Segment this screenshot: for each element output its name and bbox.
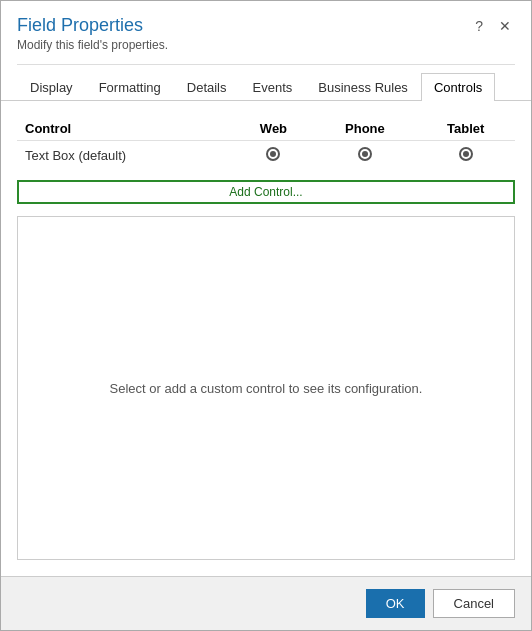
config-area: Select or add a custom control to see it… [17, 216, 515, 560]
field-properties-dialog: Field Properties Modify this field's pro… [0, 0, 532, 631]
title-section: Field Properties Modify this field's pro… [17, 15, 168, 52]
tab-details[interactable]: Details [174, 73, 240, 101]
phone-radio[interactable] [358, 147, 372, 161]
table-row: Text Box (default) [17, 141, 515, 171]
dialog-footer: OK Cancel [1, 576, 531, 630]
ok-button[interactable]: OK [366, 589, 425, 618]
dialog-subtitle: Modify this field's properties. [17, 38, 168, 52]
tab-business-rules[interactable]: Business Rules [305, 73, 421, 101]
dialog-title: Field Properties [17, 15, 168, 36]
cancel-button[interactable]: Cancel [433, 589, 515, 618]
col-header-web: Web [234, 117, 314, 141]
control-name: Text Box (default) [17, 141, 234, 171]
col-header-tablet: Tablet [416, 117, 515, 141]
tablet-radio-cell[interactable] [416, 141, 515, 171]
add-control-button[interactable]: Add Control... [17, 180, 515, 204]
config-placeholder-text: Select or add a custom control to see it… [110, 381, 423, 396]
table-header-row: Control Web Phone Tablet [17, 117, 515, 141]
col-header-phone: Phone [313, 117, 416, 141]
header-icons: ? ✕ [471, 17, 515, 35]
tablet-radio[interactable] [459, 147, 473, 161]
tabs-bar: Display Formatting Details Events Busine… [1, 73, 531, 101]
web-radio-cell[interactable] [234, 141, 314, 171]
col-header-control: Control [17, 117, 234, 141]
tab-events[interactable]: Events [240, 73, 306, 101]
dialog-header: Field Properties Modify this field's pro… [1, 1, 531, 56]
tab-formatting[interactable]: Formatting [86, 73, 174, 101]
controls-table: Control Web Phone Tablet Text Box (defau… [17, 117, 515, 170]
dialog-body: Control Web Phone Tablet Text Box (defau… [1, 101, 531, 576]
help-icon[interactable]: ? [471, 17, 487, 35]
tab-controls[interactable]: Controls [421, 73, 495, 101]
header-divider [17, 64, 515, 65]
close-icon[interactable]: ✕ [495, 17, 515, 35]
tab-display[interactable]: Display [17, 73, 86, 101]
web-radio[interactable] [266, 147, 280, 161]
phone-radio-cell[interactable] [313, 141, 416, 171]
